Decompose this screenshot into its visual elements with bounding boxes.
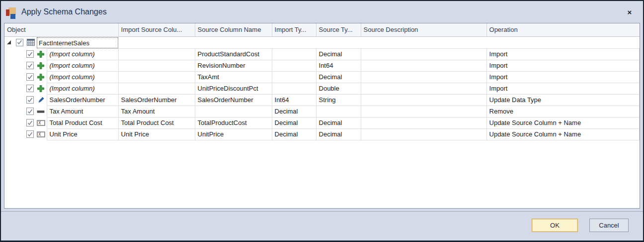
cell-object: (Import column) bbox=[47, 83, 118, 94]
cell-object: Total Product Cost bbox=[47, 117, 118, 128]
table-row[interactable]: (Import column)UnitPriceDiscountPctDoubl… bbox=[4, 83, 640, 94]
cell-source-column-name: SalesOrderNumber bbox=[195, 94, 272, 106]
cell-source-column-name: ProductStandardCost bbox=[195, 48, 272, 60]
checkbox-facrinternetsales[interactable] bbox=[16, 39, 23, 46]
cell-import-type: Int64 bbox=[272, 94, 316, 106]
cell-object: SalesOrderNumber bbox=[47, 94, 118, 106]
cell-import-source-column: Unit Price bbox=[118, 128, 195, 140]
cell-source-type bbox=[316, 106, 361, 117]
grid-header-row: Object Import Source Colu... Source Colu… bbox=[4, 23, 640, 36]
cell-object: (Import column) bbox=[47, 48, 118, 60]
ok-button[interactable]: OK bbox=[532, 219, 578, 232]
cell-operation: Import bbox=[486, 83, 639, 94]
cell-object: (Import column) bbox=[47, 60, 118, 71]
cell-source-type: Decimal bbox=[316, 48, 361, 60]
cell-source-type: Decimal bbox=[316, 71, 361, 83]
add-column-icon bbox=[37, 50, 45, 58]
cell-import-source-column: Total Product Cost bbox=[118, 117, 195, 128]
schema-changes-grid: Object Import Source Colu... Source Colu… bbox=[4, 23, 640, 209]
cell-source-type: String bbox=[316, 94, 361, 106]
cell-source-description bbox=[361, 106, 486, 117]
cell-source-column-name: TotalProductCost bbox=[195, 117, 272, 128]
cell-import-source-column bbox=[118, 48, 195, 60]
close-icon[interactable]: × bbox=[624, 6, 635, 17]
cell-operation: Import bbox=[486, 60, 639, 71]
rename-textbox-icon: X bbox=[37, 130, 45, 138]
apply-schema-changes-dialog: Apply Schema Changes × Object Import Sou… bbox=[0, 0, 644, 242]
dialog-title: Apply Schema Changes bbox=[21, 7, 107, 16]
column-header-import-source-column[interactable]: Import Source Colu... bbox=[118, 23, 195, 36]
row-checkbox[interactable] bbox=[26, 119, 34, 126]
cell-source-description bbox=[361, 94, 486, 106]
cell-import-source-column: Tax Amount bbox=[118, 106, 195, 117]
cell-source-type: Decimal bbox=[316, 128, 361, 140]
row-checkbox[interactable] bbox=[26, 62, 34, 69]
cell-source-description bbox=[361, 128, 486, 140]
add-column-icon bbox=[37, 61, 45, 70]
table-row[interactable]: (Import column)TaxAmtDecimalImport bbox=[4, 71, 640, 83]
add-column-icon bbox=[37, 84, 45, 93]
row-checkbox[interactable] bbox=[26, 85, 34, 92]
cell-source-description bbox=[361, 71, 486, 83]
cell-import-type: Decimal bbox=[272, 117, 316, 128]
cell-import-type bbox=[272, 60, 316, 71]
table-icon bbox=[26, 38, 35, 47]
cell-object: (Import column) bbox=[47, 71, 118, 83]
cell-operation: Update Source Column + Name bbox=[486, 128, 639, 140]
cell-import-source-column bbox=[118, 71, 195, 83]
tree-expander-icon[interactable] bbox=[7, 40, 11, 44]
cell-source-column-name bbox=[195, 106, 272, 117]
cell-source-column-name: RevisionNumber bbox=[195, 60, 272, 71]
cell-import-source-column: SalesOrderNumber bbox=[118, 94, 195, 106]
cell-operation: Import bbox=[486, 71, 639, 83]
table-row[interactable]: XTotal Product CostTotal Product CostTot… bbox=[4, 117, 640, 128]
cell-source-description bbox=[361, 48, 486, 60]
app-icon bbox=[5, 5, 18, 19]
cell-source-column-name: UnitPriceDiscountPct bbox=[195, 83, 272, 94]
row-checkbox[interactable] bbox=[26, 130, 34, 138]
column-header-operation[interactable]: Operation bbox=[486, 23, 639, 36]
cell-import-type bbox=[272, 83, 316, 94]
table-row[interactable]: (Import column)RevisionNumberInt64Import bbox=[4, 60, 640, 71]
dialog-footer: OK Cancel bbox=[1, 211, 643, 241]
svg-text:X: X bbox=[38, 132, 41, 137]
rename-textbox-icon: X bbox=[37, 119, 45, 127]
cell-source-column-name: TaxAmt bbox=[195, 71, 272, 83]
table-row[interactable]: XUnit PriceUnit PriceUnitPriceDecimalDec… bbox=[4, 128, 640, 140]
row-checkbox[interactable] bbox=[26, 108, 34, 115]
cell-source-description bbox=[361, 83, 486, 94]
cell-operation: Update Source Column + Name bbox=[486, 117, 639, 128]
cell-import-source-column bbox=[118, 60, 195, 71]
cell-source-type: Double bbox=[316, 83, 361, 94]
cell-source-type: Decimal bbox=[316, 117, 361, 128]
table-row[interactable]: Tax AmountTax AmountDecimalRemove bbox=[4, 106, 640, 117]
cell-object: Tax Amount bbox=[47, 106, 118, 117]
cancel-button[interactable]: Cancel bbox=[589, 219, 629, 232]
cell-import-type bbox=[272, 71, 316, 83]
add-column-icon bbox=[37, 73, 45, 81]
edit-pencil-icon bbox=[37, 96, 45, 104]
remove-minus-icon bbox=[37, 107, 45, 116]
cell-operation: Import bbox=[486, 48, 639, 60]
column-header-source-description[interactable]: Source Description bbox=[361, 23, 486, 36]
cell-import-source-column bbox=[118, 83, 195, 94]
row-checkbox[interactable] bbox=[26, 96, 34, 104]
table-row-parent[interactable]: FactInternetSales bbox=[4, 36, 640, 48]
table-row[interactable]: (Import column)ProductStandardCostDecima… bbox=[4, 48, 640, 60]
column-header-source-column-name[interactable]: Source Column Name bbox=[195, 23, 272, 36]
svg-text:X: X bbox=[38, 121, 41, 125]
row-checkbox[interactable] bbox=[26, 50, 34, 58]
column-header-object[interactable]: Object bbox=[4, 23, 118, 36]
cell-import-type bbox=[272, 48, 316, 60]
cell-source-description bbox=[361, 117, 486, 128]
table-row[interactable]: SalesOrderNumberSalesOrderNumberSalesOrd… bbox=[4, 94, 640, 106]
cell-source-type: Int64 bbox=[316, 60, 361, 71]
column-header-source-type[interactable]: Source Ty... bbox=[316, 23, 361, 36]
cell-operation: Update Data Type bbox=[486, 94, 639, 106]
row-checkbox[interactable] bbox=[26, 73, 34, 81]
titlebar: Apply Schema Changes × bbox=[1, 1, 643, 23]
cell-import-type: Decimal bbox=[272, 106, 316, 117]
parent-object-name[interactable]: FactInternetSales bbox=[37, 37, 118, 48]
column-header-import-type[interactable]: Import Ty... bbox=[272, 23, 316, 36]
cell-operation: Remove bbox=[486, 106, 639, 117]
